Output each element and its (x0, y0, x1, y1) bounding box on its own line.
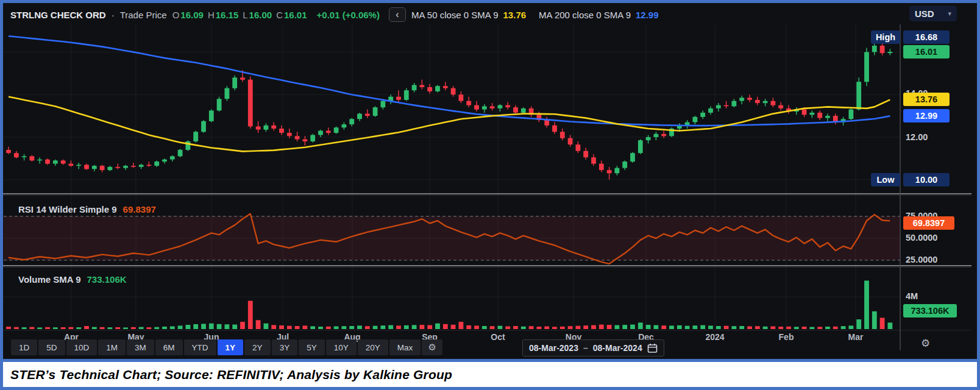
ma200-legend: MA 200 close 0 SMA 912.99 (539, 10, 658, 20)
range-button-20y[interactable]: 20Y (358, 339, 388, 355)
high-label-badge: High (871, 30, 900, 44)
date-range-picker[interactable]: 08-Mar-2023 – 08-Mar-2024 (522, 339, 664, 356)
range-button-10y[interactable]: 10Y (326, 339, 357, 355)
range-button-10d[interactable]: 10D (66, 339, 98, 355)
rsi-value: 69.8397 (123, 204, 156, 214)
chart-canvas[interactable] (3, 3, 977, 359)
range-button-6m[interactable]: 6M (155, 339, 183, 355)
chart-header: STRLNG CHECK ORD · Trade Price O16.09H16… (10, 7, 659, 23)
rsi-value-badge: 69.8397 (903, 216, 954, 230)
toolbar-settings-icon[interactable]: ⚙ (422, 339, 442, 355)
ohlc-key: H (208, 10, 215, 20)
range-button-3y[interactable]: 3Y (272, 339, 298, 355)
range-button-1d[interactable]: 1D (11, 339, 37, 355)
chart-window: STRLNG CHECK ORD · Trade Price O16.09H16… (0, 0, 980, 390)
range-button-max[interactable]: Max (389, 339, 421, 355)
date-from: 08-Mar-2023 (529, 343, 578, 353)
month-label-feb: Feb (768, 332, 804, 342)
ohlc-key: L (243, 10, 247, 20)
title-separator: · (112, 10, 115, 20)
high-value-badge: 16.68 (903, 30, 950, 44)
volume-legend: Volume SMA 9733.106K (18, 274, 127, 285)
month-label-2024: 2024 (697, 332, 733, 342)
ma50-price-badge: 13.76 (903, 93, 950, 106)
month-label-oct: Oct (480, 332, 516, 342)
rsi-legend: RSI 14 Wilder Simple 969.8397 (18, 204, 156, 214)
caption-text: STER’s Technical Chart; Source: REFINITI… (3, 367, 452, 382)
volume-tick-4m: 4M (906, 291, 954, 301)
range-button-ytd[interactable]: YTD (184, 339, 216, 355)
ma50-value: 13.76 (503, 10, 527, 20)
ohlc-value: 16.01 (284, 10, 307, 20)
price-tick-12: 12.00 (906, 132, 954, 142)
low-label-badge: Low (871, 173, 900, 186)
ohlc-key: C (276, 10, 283, 20)
change-value: +0.01 (+0.06%) (317, 10, 380, 20)
range-toolbar: 1D5D10D1M3M6MYTD1Y2Y3Y5Y10Y20YMax⚙ (11, 339, 442, 356)
rsi-tick-25: 25.0000 (906, 255, 954, 264)
range-button-2y[interactable]: 2Y (244, 339, 271, 355)
last-price-badge: 16.01 (903, 45, 950, 58)
ohlc-key: O (172, 10, 180, 20)
caption-band: STER’s Technical Chart; Source: REFINITI… (3, 362, 977, 387)
volume-value-badge: 733.106K (903, 304, 957, 317)
chevron-down-icon: ▾ (948, 10, 951, 18)
ohlc-value: 16.09 (180, 10, 204, 20)
range-button-5d[interactable]: 5D (38, 339, 65, 355)
range-button-3m[interactable]: 3M (127, 339, 154, 355)
date-separator: – (583, 343, 588, 353)
volume-value: 733.106K (87, 274, 127, 285)
range-button-1m[interactable]: 1M (98, 339, 126, 355)
low-value-badge: 10.00 (903, 173, 950, 186)
symbol-name: STRLNG CHECK ORD (10, 10, 106, 20)
ohlc-value: 16.15 (216, 10, 239, 20)
currency-select[interactable]: USD ▾ (909, 5, 957, 21)
range-button-5y[interactable]: 5Y (299, 339, 325, 355)
calendar-icon (647, 343, 658, 353)
rsi-tick-50: 50.0000 (906, 233, 954, 243)
panel-settings-icon[interactable]: ⚙ (921, 337, 930, 350)
range-button-1y[interactable]: 1Y (218, 339, 244, 355)
collapse-legend-button[interactable]: ‹ (389, 7, 406, 22)
month-label-mar: Mar (837, 332, 874, 342)
series-label: Trade Price (120, 10, 167, 20)
ohlc-values: O16.09H16.15L16.00C16.01 (172, 10, 311, 20)
ma200-value: 12.99 (636, 10, 659, 20)
ma200-price-badge: 12.99 (903, 109, 950, 122)
charting-app: STRLNG CHECK ORD · Trade Price O16.09H16… (3, 3, 977, 359)
date-to: 08-Mar-2024 (593, 343, 642, 353)
ohlc-value: 16.00 (249, 10, 272, 20)
ma50-legend: MA 50 close 0 SMA 913.76 (411, 10, 533, 20)
